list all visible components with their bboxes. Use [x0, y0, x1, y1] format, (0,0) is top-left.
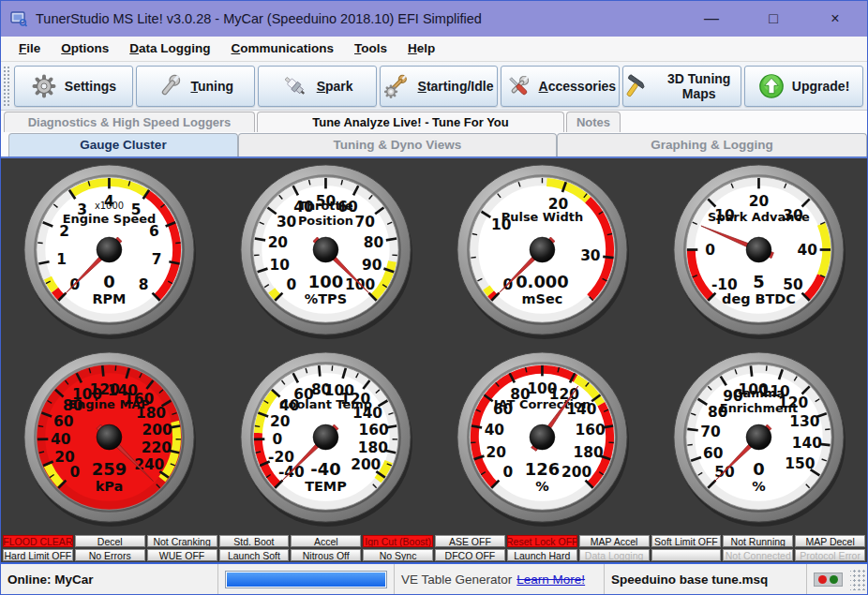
svg-text:1: 1: [56, 251, 67, 268]
gauge-pulse-width[interactable]: 0102030Pulse Width0.000mSec: [434, 158, 651, 347]
settings-button[interactable]: Settings: [14, 66, 133, 107]
indicator-empty: [651, 549, 722, 561]
gauge-engine-map-dial: 020406080100120140160180200220240Engine …: [12, 348, 206, 532]
upgrade-label: Upgrade!: [792, 79, 849, 94]
spark-button[interactable]: Spark: [258, 66, 377, 107]
indicator-no-errors: No Errors: [75, 549, 145, 561]
ve-table-generator-label: VE Table Generator: [401, 573, 512, 587]
svg-text:20: 20: [270, 413, 290, 430]
indicator-reset-lock-off: Reset Lock OFF: [507, 535, 577, 547]
resize-grip[interactable]: [850, 568, 865, 590]
svg-text:mSec: mSec: [522, 291, 563, 306]
minimize-icon[interactable]: —: [702, 9, 721, 28]
gauge-cluster-panel: 012345678x1000Engine Speed0RPM0102030405…: [1, 156, 867, 534]
wrench-gear-icon: [384, 73, 411, 99]
gauge-engine-speed[interactable]: 012345678x1000Engine Speed0RPM: [1, 158, 217, 347]
svg-text:0: 0: [287, 275, 297, 292]
indicator-row1: FLOOD CLEARDecelNot CrankingStd. BootAcc…: [3, 535, 865, 547]
menu-options[interactable]: Options: [52, 37, 117, 61]
svg-text:5: 5: [753, 272, 764, 291]
gauge-gamma-enrichment[interactable]: 5060708090100110120130140150GammaEnrichm…: [651, 347, 867, 535]
gauge-iat-correction[interactable]: 020406080100120140160180200IAT Correctio…: [434, 347, 651, 535]
svg-text:Gamma: Gamma: [733, 386, 785, 400]
tuning-button[interactable]: Tuning: [136, 66, 255, 107]
hammer-icon: [623, 73, 650, 99]
tab-tune-analyze-live[interactable]: Tune Analyze Live! - Tune For You: [257, 112, 564, 132]
gauge-coolant-temp[interactable]: -40-20020406080100120140160180200Coolant…: [217, 347, 434, 535]
svg-text:50: 50: [783, 275, 802, 292]
menu-data-logging[interactable]: Data Logging: [121, 37, 218, 61]
svg-text:6: 6: [149, 223, 159, 240]
tab-diagnostics-high-speed-loggers[interactable]: Diagnostics & High Speed Loggers: [4, 112, 255, 132]
menu-communications[interactable]: Communications: [223, 37, 343, 61]
indicator-launch-hard: Launch Hard: [507, 549, 577, 561]
app-icon: [10, 10, 27, 27]
indicator-soft-limit-off: Soft Limit OFF: [651, 535, 722, 547]
settings-label: Settings: [65, 79, 116, 94]
menu-tools[interactable]: Tools: [346, 37, 396, 61]
svg-text:Position: Position: [298, 213, 353, 227]
3d-tuning-maps-button[interactable]: 3D Tuning Maps: [622, 66, 741, 107]
indicator-launch-soft: Launch Soft: [219, 549, 290, 561]
maximize-icon[interactable]: □: [764, 9, 783, 28]
svg-text:-20: -20: [268, 449, 294, 466]
svg-text:240: 240: [134, 456, 164, 473]
svg-text:259: 259: [92, 460, 127, 480]
svg-text:%TPS: %TPS: [305, 291, 347, 306]
upgrade-button[interactable]: Upgrade!: [744, 66, 863, 107]
svg-text:140: 140: [792, 435, 822, 452]
progress-fill: [227, 573, 385, 587]
toolbar-drag-handle[interactable]: [3, 66, 11, 107]
gauge-iat-correction-dial: 020406080100120140160180200IAT Correctio…: [445, 348, 639, 532]
svg-text:40: 40: [51, 431, 70, 448]
view-tab-bar: Gauge Cluster Tuning & Dyno Views Graphi…: [1, 132, 867, 156]
svg-text:Coolant Temp: Coolant Temp: [279, 397, 372, 411]
starting-idle-button[interactable]: Starting/Idle: [380, 66, 499, 107]
menu-help[interactable]: Help: [399, 37, 443, 61]
tune-file-name: Speeduino base tune.msq: [611, 573, 768, 587]
tab-notes[interactable]: Notes: [566, 112, 621, 132]
comm-lights: [814, 573, 843, 587]
indicator-wue-off: WUE OFF: [147, 549, 217, 561]
connection-status: Online: MyCar: [7, 573, 94, 587]
svg-text:Engine MAP: Engine MAP: [68, 397, 150, 411]
gauge-engine-map[interactable]: 020406080100120140160180200220240Engine …: [1, 347, 217, 535]
svg-text:180: 180: [358, 440, 388, 457]
indicator-not-running: Not Running: [723, 535, 793, 547]
status-light-green: [830, 575, 838, 584]
svg-text:40: 40: [798, 242, 817, 259]
wrench-icon: [157, 73, 183, 99]
starting-idle-label: Starting/Idle: [418, 79, 494, 94]
tab-graphing-logging[interactable]: Graphing & Logging: [557, 133, 867, 156]
menu-file[interactable]: File: [10, 37, 49, 61]
learn-more-link[interactable]: Learn More!: [516, 573, 585, 587]
svg-text:0.000: 0.000: [516, 272, 569, 291]
gear-icon: [31, 73, 57, 99]
window-title: TunerStudio MS Lite! v3.0.28 - MyCar (Sp…: [36, 11, 482, 26]
gauge-spark-advance-dial: -1001020304050Spark Advance5deg BTDC: [662, 160, 856, 345]
svg-text:0: 0: [705, 242, 715, 259]
indicator-decel: Decel: [75, 535, 145, 547]
gauge-spark-advance[interactable]: -1001020304050Spark Advance5deg BTDC: [651, 158, 867, 347]
gauge-throttle-position[interactable]: 0102030405060708090100ThrottlePosition10…: [217, 158, 434, 347]
svg-text:20: 20: [268, 234, 288, 251]
svg-text:30: 30: [277, 213, 296, 230]
tab-tuning-dyno-views[interactable]: Tuning & Dyno Views: [238, 133, 557, 156]
svg-text:IAT Correction: IAT Correction: [494, 397, 591, 411]
3d-tuning-maps-label: 3D Tuning Maps: [657, 71, 741, 101]
accessories-button[interactable]: Accessories: [501, 66, 620, 107]
svg-text:kPa: kPa: [96, 479, 123, 494]
crossed-tools-icon: [505, 73, 531, 99]
statusbar: Online: MyCar VE Table Generator Learn M…: [1, 562, 867, 594]
gauge-engine-speed-dial: 012345678x1000Engine Speed0RPM: [12, 160, 206, 345]
svg-text:2: 2: [59, 223, 69, 240]
tab-gauge-cluster[interactable]: Gauge Cluster: [8, 133, 238, 156]
svg-text:0: 0: [753, 460, 764, 480]
progress-bar: [225, 571, 387, 588]
svg-text:150: 150: [785, 455, 815, 472]
svg-text:Spark Advance: Spark Advance: [708, 209, 810, 223]
indicator-not-cranking: Not Cranking: [147, 535, 217, 547]
svg-text:20: 20: [54, 449, 74, 466]
close-icon[interactable]: ×: [826, 9, 845, 28]
svg-text:90: 90: [362, 257, 382, 274]
